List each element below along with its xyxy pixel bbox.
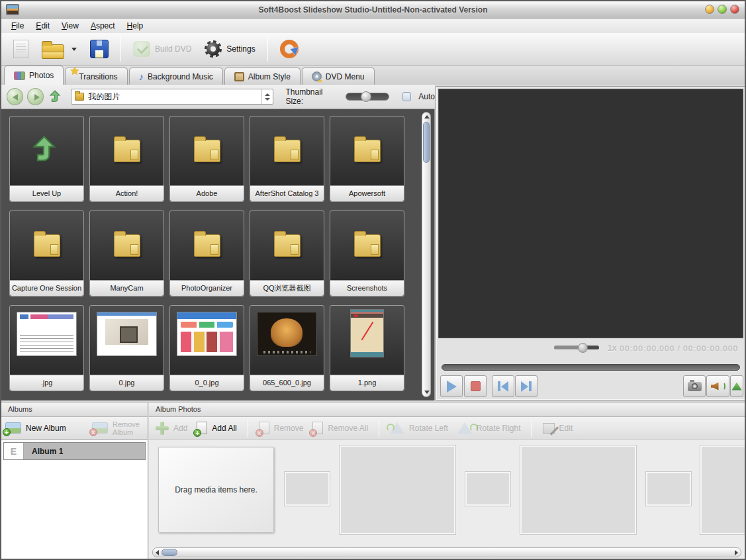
remove-all-label: Remove All bbox=[328, 424, 368, 433]
tab-background-music[interactable]: ♪ Background Music bbox=[129, 68, 223, 85]
new-project-button[interactable] bbox=[7, 35, 35, 63]
new-document-icon bbox=[13, 40, 28, 58]
album-list-item[interactable]: E Album 1 bbox=[3, 442, 146, 460]
rotate-right-label: Rotate Right bbox=[477, 424, 521, 433]
scroll-down-icon[interactable] bbox=[424, 391, 430, 394]
next-button[interactable] bbox=[515, 375, 537, 397]
tab-transitions[interactable]: Transitions bbox=[65, 68, 127, 85]
file-tile-folder[interactable]: Apowersoft bbox=[330, 116, 404, 202]
add-button[interactable]: Add bbox=[156, 422, 187, 435]
minimize-button[interactable] bbox=[705, 5, 714, 14]
menu-view[interactable]: View bbox=[56, 20, 85, 32]
tab-album-style[interactable]: Album Style bbox=[224, 68, 301, 85]
stop-button[interactable] bbox=[464, 375, 487, 397]
file-tile-up[interactable]: Level Up bbox=[9, 116, 84, 202]
path-spinner[interactable] bbox=[261, 89, 273, 104]
menu-help[interactable]: Help bbox=[121, 20, 150, 32]
remove-label: Remove bbox=[274, 424, 304, 433]
file-tile-folder[interactable]: PhotoOrganizer bbox=[169, 210, 244, 297]
volume-popup-button[interactable] bbox=[730, 375, 743, 397]
remove-button[interactable]: × Remove bbox=[259, 422, 304, 434]
help-lifering-icon bbox=[280, 40, 299, 58]
rotate-right-button[interactable]: Rotate Right bbox=[457, 422, 521, 434]
forward-button[interactable] bbox=[27, 88, 44, 105]
up-level-button[interactable] bbox=[48, 88, 64, 105]
file-tile-folder[interactable]: AfterShot Catalog 3 bbox=[250, 116, 324, 202]
previous-button[interactable] bbox=[492, 375, 514, 397]
back-arrow-icon bbox=[13, 94, 18, 101]
path-value: 我的图片 bbox=[88, 91, 273, 103]
tab-photos[interactable]: Photos bbox=[4, 66, 64, 85]
path-dropdown[interactable]: 我的图片 bbox=[71, 89, 273, 105]
add-all-button[interactable]: + Add All bbox=[197, 422, 236, 434]
settings-button[interactable]: Settings bbox=[198, 35, 261, 63]
scroll-left-icon[interactable] bbox=[156, 550, 159, 555]
volume-button[interactable] bbox=[706, 375, 729, 397]
toolbar-separator bbox=[248, 420, 248, 437]
thumbnail-size-slider[interactable] bbox=[346, 93, 389, 101]
scroll-up-icon[interactable] bbox=[424, 115, 430, 118]
toolbar-separator bbox=[267, 36, 268, 62]
maximize-button[interactable] bbox=[718, 5, 727, 14]
folder-icon bbox=[194, 234, 220, 257]
file-tile-folder[interactable]: Capture One Session bbox=[9, 210, 84, 297]
file-tile-image[interactable]: 0_0.jpg bbox=[169, 305, 244, 391]
back-button[interactable] bbox=[7, 88, 23, 105]
file-tile-image[interactable]: .jpg bbox=[9, 305, 84, 391]
scrollbar-thumb[interactable] bbox=[162, 549, 177, 556]
document-icon: × bbox=[259, 422, 269, 434]
close-button[interactable] bbox=[730, 5, 739, 14]
time-position: 00:00:00.000 bbox=[620, 344, 675, 353]
help-button[interactable] bbox=[273, 35, 305, 63]
seek-bar[interactable] bbox=[442, 364, 740, 371]
file-tile-label: ManyCam bbox=[90, 280, 163, 296]
skip-start-icon bbox=[498, 381, 500, 391]
rotate-left-button[interactable]: Rotate Left bbox=[390, 422, 448, 434]
album-name: Album 1 bbox=[24, 447, 63, 456]
spinner-up-icon[interactable] bbox=[265, 93, 270, 96]
new-album-button[interactable]: + New Album bbox=[5, 422, 66, 434]
browser-vertical-scrollbar[interactable] bbox=[422, 112, 431, 397]
file-tile-image[interactable]: 1.png bbox=[330, 305, 404, 391]
drop-zone[interactable]: Drag media items here. bbox=[158, 447, 274, 533]
file-tile-image[interactable]: 0.jpg bbox=[89, 305, 164, 391]
window-title: Soft4Boost Slideshow Studio-Untitled-Non… bbox=[1, 5, 745, 15]
video-preview-area bbox=[438, 89, 743, 338]
speed-slider-thumb[interactable] bbox=[578, 343, 588, 353]
album-photos-horizontal-scrollbar[interactable] bbox=[152, 547, 741, 557]
scrollbar-thumb[interactable] bbox=[423, 122, 430, 163]
auto-checkbox[interactable] bbox=[402, 92, 412, 101]
speed-slider[interactable] bbox=[554, 346, 599, 350]
folder-icon bbox=[354, 234, 381, 257]
file-tile-folder[interactable]: Adobe bbox=[169, 116, 244, 202]
document-icon: + bbox=[197, 422, 207, 434]
build-dvd-button[interactable]: Build DVD bbox=[126, 35, 198, 63]
edit-button[interactable]: Edit bbox=[543, 423, 573, 434]
play-button[interactable] bbox=[440, 375, 463, 397]
open-project-button[interactable] bbox=[35, 35, 83, 63]
file-tile-folder[interactable]: Action! bbox=[89, 116, 164, 202]
file-tile-folder[interactable]: QQ浏览器截图 bbox=[250, 210, 324, 297]
folder-icon bbox=[75, 93, 84, 101]
file-tile-folder[interactable]: ManyCam bbox=[89, 210, 164, 297]
level-up-arrow-icon bbox=[30, 132, 64, 169]
tab-dvd-menu[interactable]: DVD Menu bbox=[302, 68, 375, 85]
menu-file[interactable]: File bbox=[5, 20, 30, 32]
file-tile-image[interactable]: 065_600_0.jpg bbox=[250, 305, 324, 391]
toolbar-separator bbox=[379, 420, 379, 437]
open-dropdown-caret-icon[interactable] bbox=[71, 48, 77, 51]
snapshot-button[interactable] bbox=[683, 375, 706, 397]
spinner-down-icon[interactable] bbox=[265, 98, 270, 101]
file-tile-folder[interactable]: Screenshots bbox=[330, 210, 404, 297]
menu-aspect[interactable]: Aspect bbox=[85, 20, 121, 32]
file-tile-label: Level Up bbox=[10, 185, 83, 201]
slider-thumb[interactable] bbox=[361, 91, 371, 102]
new-album-label: New Album bbox=[26, 424, 66, 433]
file-tile-label: .jpg bbox=[10, 375, 83, 391]
file-tile-label: 1.png bbox=[330, 375, 404, 391]
scroll-right-icon[interactable] bbox=[735, 550, 738, 555]
remove-all-button[interactable]: × Remove All bbox=[312, 422, 368, 434]
remove-album-button[interactable]: × Remove Album bbox=[92, 420, 140, 436]
menu-edit[interactable]: Edit bbox=[30, 20, 56, 32]
save-project-button[interactable] bbox=[83, 35, 115, 63]
